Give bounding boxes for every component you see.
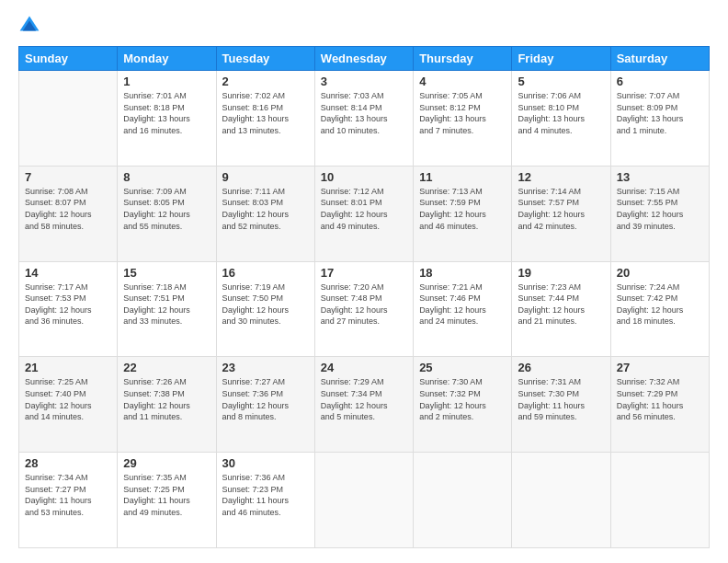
calendar-cell <box>610 453 709 548</box>
calendar-cell: 21Sunrise: 7:25 AMSunset: 7:40 PMDayligh… <box>19 357 118 453</box>
day-info: Sunrise: 7:05 AMSunset: 8:12 PMDaylight:… <box>419 90 506 136</box>
day-info: Sunrise: 7:02 AMSunset: 8:16 PMDaylight:… <box>222 90 309 136</box>
day-number: 10 <box>321 170 407 184</box>
calendar-cell: 29Sunrise: 7:35 AMSunset: 7:25 PMDayligh… <box>118 453 216 548</box>
calendar-cell: 1Sunrise: 7:01 AMSunset: 8:18 PMDaylight… <box>118 71 216 167</box>
page-header <box>18 15 710 37</box>
calendar-cell: 4Sunrise: 7:05 AMSunset: 8:12 PMDaylight… <box>414 71 512 167</box>
day-info: Sunrise: 7:08 AMSunset: 8:07 PMDaylight:… <box>25 186 111 232</box>
day-info: Sunrise: 7:15 AMSunset: 7:55 PMDaylight:… <box>617 186 703 232</box>
day-info: Sunrise: 7:30 AMSunset: 7:32 PMDaylight:… <box>419 376 506 422</box>
day-info: Sunrise: 7:26 AMSunset: 7:38 PMDaylight:… <box>123 376 210 422</box>
day-info: Sunrise: 7:09 AMSunset: 8:05 PMDaylight:… <box>123 186 210 232</box>
col-header-thursday: Thursday <box>414 47 512 71</box>
day-info: Sunrise: 7:01 AMSunset: 8:18 PMDaylight:… <box>123 90 210 136</box>
day-number: 28 <box>25 456 111 470</box>
day-info: Sunrise: 7:17 AMSunset: 7:53 PMDaylight:… <box>25 282 111 327</box>
day-number: 20 <box>617 266 703 280</box>
day-number: 6 <box>617 75 703 88</box>
calendar-cell <box>414 453 512 548</box>
day-number: 5 <box>518 75 604 88</box>
calendar-cell <box>512 453 610 548</box>
calendar-cell: 28Sunrise: 7:34 AMSunset: 7:27 PMDayligh… <box>19 453 118 548</box>
day-number: 21 <box>25 361 111 374</box>
calendar-cell: 19Sunrise: 7:23 AMSunset: 7:44 PMDayligh… <box>512 261 610 357</box>
day-number: 17 <box>321 266 407 280</box>
day-number: 3 <box>321 75 407 88</box>
day-number: 2 <box>222 75 309 88</box>
day-number: 27 <box>617 361 703 374</box>
day-number: 13 <box>617 170 703 184</box>
day-number: 29 <box>123 456 210 470</box>
day-info: Sunrise: 7:24 AMSunset: 7:42 PMDaylight:… <box>617 282 703 327</box>
day-number: 23 <box>222 361 309 374</box>
day-info: Sunrise: 7:21 AMSunset: 7:46 PMDaylight:… <box>419 282 506 327</box>
calendar-week-row: 7Sunrise: 7:08 AMSunset: 8:07 PMDaylight… <box>19 166 710 261</box>
calendar-cell: 22Sunrise: 7:26 AMSunset: 7:38 PMDayligh… <box>118 357 216 453</box>
day-number: 7 <box>25 170 111 184</box>
day-number: 4 <box>419 75 506 88</box>
day-number: 9 <box>222 170 309 184</box>
day-number: 30 <box>222 456 309 470</box>
calendar-cell: 25Sunrise: 7:30 AMSunset: 7:32 PMDayligh… <box>414 357 512 453</box>
day-number: 14 <box>25 266 111 280</box>
calendar-cell: 14Sunrise: 7:17 AMSunset: 7:53 PMDayligh… <box>19 261 118 357</box>
day-number: 18 <box>419 266 506 280</box>
calendar-cell: 6Sunrise: 7:07 AMSunset: 8:09 PMDaylight… <box>610 71 709 167</box>
day-info: Sunrise: 7:11 AMSunset: 8:03 PMDaylight:… <box>222 186 309 232</box>
day-info: Sunrise: 7:19 AMSunset: 7:50 PMDaylight:… <box>222 282 309 327</box>
day-info: Sunrise: 7:29 AMSunset: 7:34 PMDaylight:… <box>321 376 407 422</box>
calendar-cell: 3Sunrise: 7:03 AMSunset: 8:14 PMDaylight… <box>314 71 413 167</box>
calendar-cell: 13Sunrise: 7:15 AMSunset: 7:55 PMDayligh… <box>610 166 709 261</box>
day-info: Sunrise: 7:12 AMSunset: 8:01 PMDaylight:… <box>321 186 407 232</box>
col-header-saturday: Saturday <box>610 47 709 71</box>
day-number: 25 <box>419 361 506 374</box>
day-info: Sunrise: 7:06 AMSunset: 8:10 PMDaylight:… <box>518 90 604 136</box>
calendar-week-row: 1Sunrise: 7:01 AMSunset: 8:18 PMDaylight… <box>19 71 710 167</box>
col-header-friday: Friday <box>512 47 610 71</box>
col-header-monday: Monday <box>118 47 216 71</box>
calendar-cell: 17Sunrise: 7:20 AMSunset: 7:48 PMDayligh… <box>314 261 413 357</box>
calendar-week-row: 28Sunrise: 7:34 AMSunset: 7:27 PMDayligh… <box>19 453 710 548</box>
calendar-cell: 16Sunrise: 7:19 AMSunset: 7:50 PMDayligh… <box>216 261 314 357</box>
day-info: Sunrise: 7:18 AMSunset: 7:51 PMDaylight:… <box>123 282 210 327</box>
calendar-cell: 9Sunrise: 7:11 AMSunset: 8:03 PMDaylight… <box>216 166 314 261</box>
calendar-cell: 11Sunrise: 7:13 AMSunset: 7:59 PMDayligh… <box>414 166 512 261</box>
calendar-cell: 30Sunrise: 7:36 AMSunset: 7:23 PMDayligh… <box>216 453 314 548</box>
day-info: Sunrise: 7:03 AMSunset: 8:14 PMDaylight:… <box>321 90 407 136</box>
day-info: Sunrise: 7:13 AMSunset: 7:59 PMDaylight:… <box>419 186 506 232</box>
day-number: 1 <box>123 75 210 88</box>
day-info: Sunrise: 7:31 AMSunset: 7:30 PMDaylight:… <box>518 376 604 422</box>
calendar-header-row: SundayMondayTuesdayWednesdayThursdayFrid… <box>19 47 710 71</box>
day-info: Sunrise: 7:32 AMSunset: 7:29 PMDaylight:… <box>617 376 703 422</box>
calendar-cell: 24Sunrise: 7:29 AMSunset: 7:34 PMDayligh… <box>314 357 413 453</box>
day-info: Sunrise: 7:07 AMSunset: 8:09 PMDaylight:… <box>617 90 703 136</box>
calendar-table: SundayMondayTuesdayWednesdayThursdayFrid… <box>18 46 710 548</box>
calendar-cell: 26Sunrise: 7:31 AMSunset: 7:30 PMDayligh… <box>512 357 610 453</box>
calendar-cell: 8Sunrise: 7:09 AMSunset: 8:05 PMDaylight… <box>118 166 216 261</box>
calendar-week-row: 14Sunrise: 7:17 AMSunset: 7:53 PMDayligh… <box>19 261 710 357</box>
calendar-cell: 23Sunrise: 7:27 AMSunset: 7:36 PMDayligh… <box>216 357 314 453</box>
day-info: Sunrise: 7:35 AMSunset: 7:25 PMDaylight:… <box>123 472 210 518</box>
day-number: 19 <box>518 266 604 280</box>
calendar-cell: 2Sunrise: 7:02 AMSunset: 8:16 PMDaylight… <box>216 71 314 167</box>
col-header-tuesday: Tuesday <box>216 47 314 71</box>
day-number: 15 <box>123 266 210 280</box>
calendar-cell: 18Sunrise: 7:21 AMSunset: 7:46 PMDayligh… <box>414 261 512 357</box>
day-info: Sunrise: 7:36 AMSunset: 7:23 PMDaylight:… <box>222 472 309 518</box>
calendar-week-row: 21Sunrise: 7:25 AMSunset: 7:40 PMDayligh… <box>19 357 710 453</box>
day-number: 22 <box>123 361 210 374</box>
calendar-cell: 12Sunrise: 7:14 AMSunset: 7:57 PMDayligh… <box>512 166 610 261</box>
logo-icon <box>18 15 40 37</box>
calendar-cell: 7Sunrise: 7:08 AMSunset: 8:07 PMDaylight… <box>19 166 118 261</box>
day-info: Sunrise: 7:25 AMSunset: 7:40 PMDaylight:… <box>25 376 111 422</box>
calendar-cell: 27Sunrise: 7:32 AMSunset: 7:29 PMDayligh… <box>610 357 709 453</box>
calendar-cell: 5Sunrise: 7:06 AMSunset: 8:10 PMDaylight… <box>512 71 610 167</box>
col-header-wednesday: Wednesday <box>314 47 413 71</box>
day-number: 11 <box>419 170 506 184</box>
day-number: 12 <box>518 170 604 184</box>
calendar-cell: 20Sunrise: 7:24 AMSunset: 7:42 PMDayligh… <box>610 261 709 357</box>
day-info: Sunrise: 7:23 AMSunset: 7:44 PMDaylight:… <box>518 282 604 327</box>
calendar-cell <box>19 71 118 167</box>
day-info: Sunrise: 7:34 AMSunset: 7:27 PMDaylight:… <box>25 472 111 518</box>
